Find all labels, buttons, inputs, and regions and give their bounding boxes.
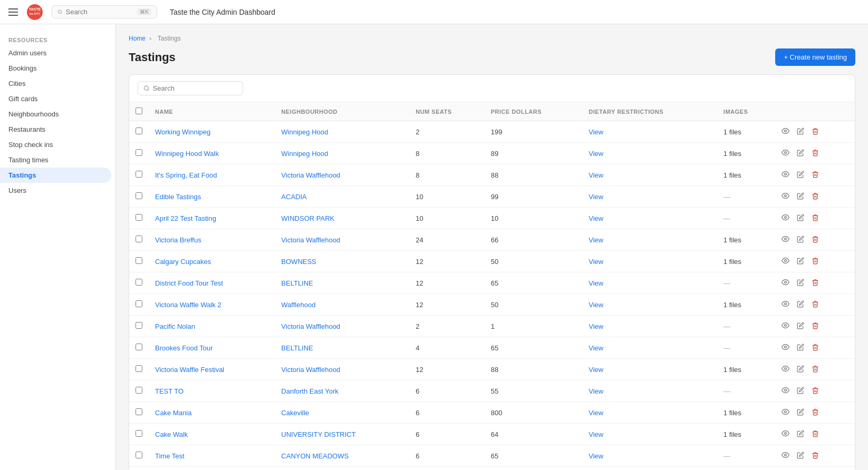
row-name-link[interactable]: Winnipeg Hood Walk (155, 150, 219, 158)
row-name-link[interactable]: TEST TO (155, 387, 184, 395)
row-view-button[interactable] (780, 342, 790, 354)
row-checkbox-13[interactable] (136, 408, 142, 415)
row-name-link[interactable]: Victoria Waffle Walk 2 (155, 301, 221, 309)
row-dietary-link[interactable]: View (589, 366, 603, 374)
row-delete-button[interactable] (811, 342, 820, 354)
row-delete-button[interactable] (811, 364, 820, 375)
row-neighbourhood-link[interactable]: Winnipeg Hood (281, 150, 328, 158)
row-dietary-link[interactable]: View (589, 344, 603, 352)
row-checkbox-1[interactable] (136, 149, 142, 156)
row-checkbox-10[interactable] (136, 344, 142, 350)
row-view-button[interactable] (780, 212, 790, 224)
row-view-button[interactable] (780, 450, 790, 462)
row-delete-button[interactable] (811, 170, 820, 181)
row-neighbourhood-link[interactable]: WINDSOR PARK (281, 214, 334, 222)
select-all-checkbox[interactable] (136, 107, 142, 114)
row-name-link[interactable]: April 22 Test Tasting (155, 214, 216, 222)
row-name-link[interactable]: Calgary Cupcakes (155, 258, 211, 266)
global-search-bar[interactable]: ⌘K (52, 5, 157, 18)
breadcrumb-home[interactable]: Home (129, 35, 146, 42)
row-checkbox-4[interactable] (136, 214, 142, 221)
row-dietary-link[interactable]: View (589, 171, 603, 179)
row-checkbox-8[interactable] (136, 300, 142, 307)
row-edit-button[interactable] (796, 321, 805, 332)
sidebar-item-stop-check-ins[interactable]: Stop check ins (0, 137, 115, 152)
row-dietary-link[interactable]: View (589, 128, 603, 136)
row-dietary-link[interactable]: View (589, 193, 603, 201)
row-neighbourhood-link[interactable]: Danforth East York (281, 387, 338, 395)
row-edit-button[interactable] (796, 429, 805, 440)
row-dietary-link[interactable]: View (589, 150, 603, 158)
row-delete-button[interactable] (811, 299, 820, 310)
row-delete-button[interactable] (811, 386, 820, 397)
row-view-button[interactable] (780, 191, 790, 202)
sidebar-item-neighbourhoods[interactable]: Neighbourhoods (0, 106, 115, 122)
row-checkbox-15[interactable] (136, 452, 142, 458)
row-delete-button[interactable] (811, 407, 820, 418)
row-name-link[interactable]: Working Winnipeg (155, 128, 210, 136)
row-checkbox-6[interactable] (136, 257, 142, 264)
row-neighbourhood-link[interactable]: CANYON MEADOWS (281, 452, 349, 460)
row-checkbox-12[interactable] (136, 387, 142, 394)
row-edit-button[interactable] (796, 299, 805, 310)
row-delete-button[interactable] (811, 213, 820, 224)
row-delete-button[interactable] (811, 429, 820, 440)
row-delete-button[interactable] (811, 148, 820, 159)
row-delete-button[interactable] (811, 256, 820, 267)
row-dietary-link[interactable]: View (589, 387, 603, 395)
row-name-link[interactable]: Edible Tastings (155, 193, 201, 201)
create-tasting-button[interactable]: + Create new tasting (775, 48, 855, 66)
row-name-link[interactable]: Cake Walk (155, 430, 188, 438)
row-checkbox-9[interactable] (136, 322, 142, 329)
sidebar-item-users[interactable]: Users (0, 183, 115, 198)
row-view-button[interactable] (780, 169, 790, 181)
row-dietary-link[interactable]: View (589, 452, 603, 460)
row-name-link[interactable]: Victoria Waffle Festival (155, 366, 224, 374)
row-checkbox-5[interactable] (136, 236, 142, 242)
row-view-button[interactable] (780, 320, 790, 332)
row-checkbox-0[interactable] (136, 128, 142, 134)
row-neighbourhood-link[interactable]: ACADIA (281, 193, 306, 201)
row-delete-button[interactable] (811, 126, 820, 138)
row-view-button[interactable] (780, 428, 790, 440)
sidebar-item-restaurants[interactable]: Restaurants (0, 122, 115, 137)
row-edit-button[interactable] (796, 407, 805, 418)
row-checkbox-3[interactable] (136, 192, 142, 199)
row-neighbourhood-link[interactable]: Victoria Wafflehood (281, 322, 340, 330)
row-neighbourhood-link[interactable]: Wafflehood (281, 301, 315, 309)
sidebar-item-admin-users[interactable]: Admin users (0, 45, 115, 61)
hamburger-menu[interactable] (8, 8, 18, 16)
row-edit-button[interactable] (796, 126, 805, 138)
row-delete-button[interactable] (811, 191, 820, 202)
row-neighbourhood-link[interactable]: Winnipeg Hood (281, 128, 328, 136)
row-name-link[interactable]: Time Test (155, 452, 185, 460)
row-dietary-link[interactable]: View (589, 258, 603, 266)
row-view-button[interactable] (780, 148, 790, 159)
row-neighbourhood-link[interactable]: BOWNESS (281, 258, 316, 266)
row-view-button[interactable] (780, 234, 790, 246)
row-neighbourhood-link[interactable]: Victoria Wafflehood (281, 366, 340, 374)
row-delete-button[interactable] (811, 234, 820, 246)
row-delete-button[interactable] (811, 278, 820, 289)
sidebar-item-tasting-times[interactable]: Tasting times (0, 152, 115, 168)
row-name-link[interactable]: It's Spring, Eat Food (155, 171, 217, 179)
row-delete-button[interactable] (811, 451, 820, 462)
row-view-button[interactable] (780, 277, 790, 289)
sidebar-item-tastings[interactable]: Tastings (0, 168, 111, 183)
row-checkbox-11[interactable] (136, 365, 142, 372)
row-view-button[interactable] (780, 407, 790, 418)
row-edit-button[interactable] (796, 451, 805, 462)
sidebar-item-bookings[interactable]: Bookings (0, 61, 115, 76)
row-edit-button[interactable] (796, 278, 805, 289)
row-edit-button[interactable] (796, 148, 805, 159)
row-delete-button[interactable] (811, 321, 820, 332)
row-view-button[interactable] (780, 126, 790, 138)
row-neighbourhood-link[interactable]: BELTLINE (281, 279, 313, 287)
row-edit-button[interactable] (796, 191, 805, 202)
sidebar-item-cities[interactable]: Cities (0, 76, 115, 91)
row-checkbox-2[interactable] (136, 171, 142, 178)
row-edit-button[interactable] (796, 342, 805, 354)
row-checkbox-7[interactable] (136, 279, 142, 286)
row-edit-button[interactable] (796, 234, 805, 246)
row-edit-button[interactable] (796, 213, 805, 224)
